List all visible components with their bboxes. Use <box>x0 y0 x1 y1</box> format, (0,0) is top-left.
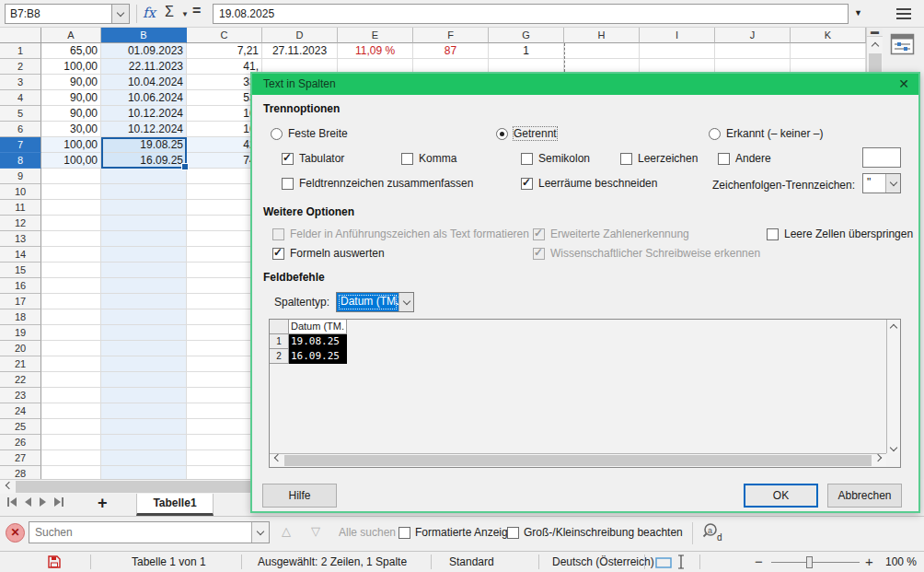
zoom-out-icon[interactable]: − <box>755 554 763 569</box>
cell-A24[interactable] <box>41 403 101 419</box>
scroll-up-icon[interactable] <box>890 324 897 332</box>
row-header-21[interactable]: 21 <box>0 356 41 372</box>
cell-B10[interactable] <box>101 184 187 200</box>
string-delimiter-combobox[interactable]: " <box>862 173 901 193</box>
split-handle[interactable]: ▬ <box>867 28 883 37</box>
row-header-11[interactable]: 11 <box>0 200 41 216</box>
cell-B26[interactable] <box>101 435 187 450</box>
row-header-22[interactable]: 22 <box>0 372 41 388</box>
formula-input[interactable] <box>213 4 849 24</box>
preview-vertical-scrollbar[interactable] <box>886 320 900 453</box>
cell-A5[interactable]: 90,00 <box>41 106 101 122</box>
scroll-down-icon[interactable] <box>890 444 897 451</box>
radio-icon[interactable] <box>709 128 721 140</box>
cell-A2[interactable]: 100,00 <box>41 59 101 75</box>
cell-B3[interactable]: 10.04.2024 <box>101 75 187 90</box>
radio-icon[interactable] <box>496 128 508 140</box>
selection-info[interactable]: Ausgewählt: 2 Zeilen, 1 Spalte <box>258 555 407 568</box>
page-style[interactable]: Standard <box>449 555 494 568</box>
checkbox-leerzeichen[interactable]: Leerzeichen <box>620 152 698 165</box>
cell-B12[interactable] <box>101 216 187 231</box>
radio-feste-breite[interactable]: Feste Breite <box>271 127 348 140</box>
dialog-titlebar[interactable]: Text in Spalten ✕ <box>252 74 918 95</box>
cell-B16[interactable] <box>101 278 187 294</box>
preview-table[interactable]: Datum (TM. 119.08.25216.09.25 <box>270 320 347 364</box>
row-header-23[interactable]: 23 <box>0 388 41 403</box>
sidebar-settings-icon[interactable] <box>890 33 915 59</box>
checkbox-icon[interactable] <box>521 153 533 165</box>
row-header-4[interactable]: 4 <box>0 90 41 106</box>
row-header-24[interactable]: 24 <box>0 403 41 419</box>
previous-sheet-icon[interactable] <box>25 497 31 507</box>
cell-B13[interactable] <box>101 231 187 247</box>
find-next-icon[interactable]: ▽ <box>311 524 320 538</box>
cell-A18[interactable] <box>41 309 101 325</box>
cell-J1[interactable] <box>715 43 791 59</box>
cell-B2[interactable]: 22.11.2023 <box>101 59 187 75</box>
checkbox-leerräume-beschneiden[interactable]: Leerräume beschneiden <box>521 177 657 190</box>
row-header-27[interactable]: 27 <box>0 450 41 466</box>
close-icon[interactable]: ✕ <box>898 74 909 94</box>
scroll-left-button[interactable] <box>0 480 16 494</box>
selection-mode-icon[interactable] <box>655 557 672 571</box>
cell-A3[interactable]: 90,00 <box>41 75 101 90</box>
radio-icon[interactable] <box>271 128 283 140</box>
checkbox-tabulator[interactable]: Tabulator <box>282 152 344 165</box>
row-header-20[interactable]: 20 <box>0 341 41 356</box>
checkbox-icon[interactable] <box>521 178 533 190</box>
add-sheet-icon[interactable]: + <box>98 494 108 513</box>
match-case-checkbox[interactable]: Groß-/Kleinschreibung beachten <box>507 526 683 539</box>
row-header-17[interactable]: 17 <box>0 294 41 309</box>
checkbox-icon[interactable] <box>767 228 779 240</box>
column-type-combobox[interactable]: Datum (TMJ) <box>336 292 414 312</box>
row-header-6[interactable]: 6 <box>0 122 41 137</box>
preview-scroll-thumb[interactable] <box>284 455 872 466</box>
column-header-I[interactable]: I <box>640 28 715 43</box>
row-header-18[interactable]: 18 <box>0 309 41 325</box>
cell-A17[interactable] <box>41 294 101 309</box>
cell-C1[interactable]: 7,21 <box>187 43 262 59</box>
row-header-28[interactable]: 28 <box>0 466 41 479</box>
cell-I1[interactable] <box>640 43 715 59</box>
checkbox-icon[interactable] <box>401 153 413 165</box>
cell-A14[interactable] <box>41 247 101 263</box>
cell-B8[interactable]: 16.09.25 <box>101 153 187 169</box>
checkbox-andere[interactable]: Andere <box>718 152 771 165</box>
chevron-down-icon[interactable] <box>885 174 900 193</box>
row-header-7[interactable]: 7 <box>0 137 41 153</box>
cell-H1[interactable] <box>564 43 640 59</box>
cell-B5[interactable]: 10.12.2024 <box>101 106 187 122</box>
row-header-14[interactable]: 14 <box>0 247 41 263</box>
function-wizard-icon[interactable]: fx <box>143 5 156 21</box>
cell-A28[interactable] <box>41 466 101 479</box>
cell-A21[interactable] <box>41 356 101 372</box>
cell-K1[interactable] <box>791 43 866 59</box>
column-header-E[interactable]: E <box>338 28 413 43</box>
cell-A16[interactable] <box>41 278 101 294</box>
find-previous-icon[interactable]: △ <box>282 524 291 538</box>
sheet-tab[interactable]: Tabelle1 <box>136 494 214 516</box>
cell-A10[interactable] <box>41 184 101 200</box>
checkbox-icon[interactable] <box>620 153 632 165</box>
cell-B14[interactable] <box>101 247 187 263</box>
row-header-2[interactable]: 2 <box>0 59 41 75</box>
cell-B24[interactable] <box>101 403 187 419</box>
preview-cell[interactable]: 16.09.25 <box>289 349 347 364</box>
checkbox-leere-zellen-überspringen[interactable]: Leere Zellen überspringen <box>767 228 913 240</box>
language-status[interactable]: Deutsch (Österreich) <box>552 555 654 568</box>
other-separator-input[interactable] <box>862 147 901 168</box>
zoom-slider-track[interactable] <box>771 562 860 563</box>
row-header-10[interactable]: 10 <box>0 184 41 200</box>
cell-A7[interactable]: 100,00 <box>41 137 101 153</box>
column-header-H[interactable]: H <box>564 28 640 43</box>
find-all-button[interactable]: Alle suchen <box>339 526 396 539</box>
name-box-value[interactable]: B7:B8 <box>6 5 111 23</box>
checkbox-formeln-auswerten[interactable]: Formeln auswerten <box>272 247 385 260</box>
column-header-G[interactable]: G <box>489 28 564 43</box>
cell-A19[interactable] <box>41 325 101 341</box>
formula-icon[interactable]: = <box>192 3 201 19</box>
checkbox-icon[interactable] <box>718 153 730 165</box>
cell-A4[interactable]: 90,00 <box>41 90 101 106</box>
column-header-D[interactable]: D <box>262 28 338 43</box>
preview-horizontal-scrollbar[interactable] <box>270 453 886 467</box>
